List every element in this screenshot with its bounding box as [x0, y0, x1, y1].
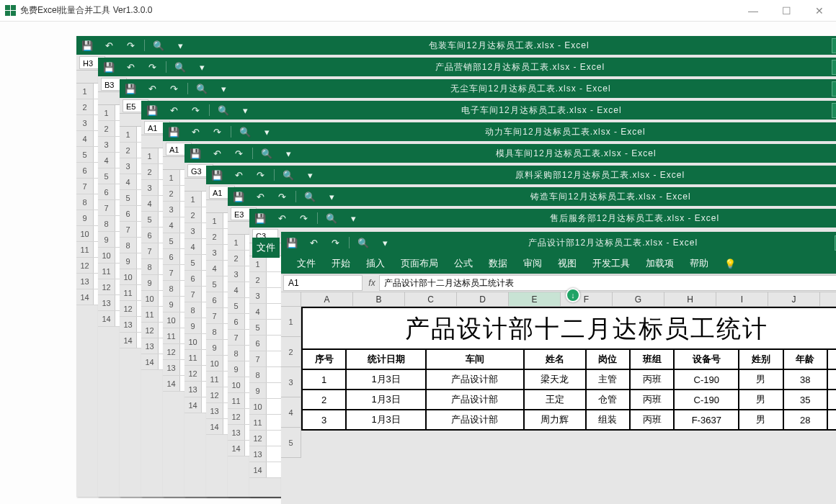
redo-icon[interactable]: ↷ — [184, 105, 206, 116]
table-cell[interactable]: 35 — [783, 390, 827, 410]
dropdown-icon[interactable]: ▾ — [191, 62, 213, 73]
redo-icon[interactable]: ↷ — [163, 84, 184, 94]
save-icon[interactable]: 💾 — [141, 105, 163, 116]
undo-icon[interactable]: ↶ — [184, 127, 206, 138]
table-cell[interactable]: 5 — [827, 410, 836, 430]
table-cell[interactable]: 主管 — [586, 369, 630, 390]
table-cell[interactable]: 10 — [827, 369, 836, 390]
column-header[interactable]: E — [509, 292, 561, 306]
dropdown-icon[interactable]: ▾ — [299, 170, 321, 181]
redo-icon[interactable]: ↷ — [293, 213, 314, 224]
column-header[interactable]: I — [716, 292, 768, 306]
print-preview-icon[interactable]: 🔍 — [213, 105, 234, 116]
column-header[interactable]: A — [301, 292, 353, 306]
table-cell[interactable]: 丙班 — [630, 410, 674, 430]
column-header[interactable]: H — [664, 292, 716, 306]
login-button[interactable]: 登录 — [832, 103, 836, 118]
undo-icon[interactable]: ↶ — [303, 238, 324, 248]
row-header[interactable]: 1 — [281, 307, 301, 337]
save-icon[interactable]: 💾 — [281, 238, 303, 248]
save-icon[interactable]: 💾 — [249, 213, 271, 224]
table-cell[interactable]: 丙班 — [630, 369, 674, 390]
table-cell[interactable]: 周力辉 — [524, 410, 586, 430]
table-cell[interactable]: C-190 — [674, 390, 739, 410]
dropdown-icon[interactable]: ▾ — [256, 127, 277, 138]
table-cell[interactable]: 1月3日 — [346, 410, 426, 430]
table-row[interactable]: 21月3日产品设计部王定仓管丙班C-190男358 — [302, 390, 836, 410]
undo-icon[interactable]: ↶ — [120, 62, 141, 73]
maximize-button[interactable]: ☐ — [770, 0, 803, 22]
table-cell[interactable]: 王定 — [524, 390, 586, 410]
dropdown-icon[interactable]: ▾ — [234, 105, 256, 116]
table-row[interactable]: 11月3日产品设计部梁天龙主管丙班C-190男3810 — [302, 369, 836, 390]
tab-file[interactable]: 文件 — [297, 257, 316, 270]
table-cell[interactable]: 8 — [827, 390, 836, 410]
tab-data[interactable]: 数据 — [489, 257, 507, 270]
save-icon[interactable]: 💾 — [76, 40, 98, 51]
undo-icon[interactable]: ↶ — [249, 192, 271, 202]
dropdown-icon[interactable]: ▾ — [342, 213, 364, 224]
dropdown-icon[interactable]: ▾ — [169, 40, 191, 51]
print-preview-icon[interactable]: 🔍 — [352, 238, 374, 248]
column-header[interactable]: J — [768, 292, 820, 306]
login-button[interactable]: 登录 — [832, 38, 836, 53]
table-cell[interactable]: 3 — [302, 410, 346, 430]
table-cell[interactable]: 1月3日 — [346, 390, 426, 410]
save-icon[interactable]: 💾 — [206, 170, 228, 181]
redo-icon[interactable]: ↷ — [228, 148, 249, 159]
print-preview-icon[interactable]: 🔍 — [234, 127, 256, 138]
column-header[interactable]: D — [457, 292, 509, 306]
row-header[interactable]: 5 — [281, 428, 301, 458]
column-header[interactable]: G — [613, 292, 664, 306]
print-preview-icon[interactable]: 🔍 — [321, 213, 342, 224]
undo-icon[interactable]: ↶ — [98, 40, 120, 51]
table-cell[interactable]: 2 — [302, 390, 346, 410]
print-preview-icon[interactable]: 🔍 — [256, 148, 277, 159]
table-cell[interactable]: 男 — [739, 369, 783, 390]
minimize-button[interactable]: — — [737, 0, 770, 22]
dropdown-icon[interactable]: ▾ — [213, 84, 234, 94]
redo-icon[interactable]: ↷ — [206, 127, 228, 138]
dropdown-icon[interactable]: ▾ — [321, 192, 342, 202]
table-cell[interactable]: 产品设计部 — [426, 410, 524, 430]
undo-icon[interactable]: ↶ — [271, 213, 293, 224]
table-cell[interactable]: 38 — [783, 369, 827, 390]
table-cell[interactable]: C-190 — [674, 369, 739, 390]
undo-icon[interactable]: ↶ — [141, 84, 163, 94]
undo-icon[interactable]: ↶ — [228, 170, 249, 181]
table-cell[interactable]: 仓管 — [586, 390, 630, 410]
row-header[interactable]: 3 — [281, 367, 301, 397]
table-cell[interactable]: 产品设计部 — [426, 390, 524, 410]
row-header[interactable]: 4 — [281, 397, 301, 428]
table-cell[interactable]: 男 — [739, 410, 783, 430]
login-button[interactable]: 登录 — [832, 81, 836, 96]
print-preview-icon[interactable]: 🔍 — [191, 84, 213, 94]
save-icon[interactable]: 💾 — [184, 148, 206, 159]
tab-file[interactable]: 文件 — [252, 238, 280, 258]
table-cell[interactable]: 1月3日 — [346, 369, 426, 390]
undo-icon[interactable]: ↶ — [163, 105, 184, 116]
tab-formula[interactable]: 公式 — [454, 257, 473, 270]
formula-bar[interactable]: 产品设计部十二月达标员工统计表 — [379, 275, 836, 291]
redo-icon[interactable]: ↷ — [141, 62, 163, 73]
document-title[interactable]: 产品设计部十二月达标员工统计 — [301, 307, 836, 348]
table-cell[interactable]: F-3637 — [674, 410, 739, 430]
save-icon[interactable]: 💾 — [228, 192, 249, 202]
tab-layout[interactable]: 页面布局 — [401, 257, 438, 270]
fx-icon[interactable]: fx — [365, 278, 379, 288]
table-cell[interactable]: 梁天龙 — [524, 369, 586, 390]
print-preview-icon[interactable]: 🔍 — [148, 40, 169, 51]
excel-window-front[interactable]: 💾 ↶ ↷ 🔍 ▾ 产品设计部12月达标员工表.xlsx - Excel 登录 … — [281, 232, 836, 504]
save-icon[interactable]: 💾 — [120, 84, 141, 94]
print-preview-icon[interactable]: 🔍 — [169, 62, 191, 73]
tab-review[interactable]: 审阅 — [523, 257, 542, 270]
tab-developer[interactable]: 开发工具 — [592, 257, 630, 270]
row-header[interactable]: 2 — [281, 337, 301, 367]
table-cell[interactable]: 28 — [783, 410, 827, 430]
dropdown-icon[interactable]: ▾ — [374, 238, 396, 248]
undo-icon[interactable]: ↶ — [206, 148, 228, 159]
tab-addin[interactable]: 加载项 — [646, 257, 674, 270]
table-cell[interactable]: 组装 — [586, 410, 630, 430]
table-row[interactable]: 31月3日产品设计部周力辉组装丙班F-3637男285 — [302, 410, 836, 430]
redo-icon[interactable]: ↷ — [324, 238, 346, 248]
